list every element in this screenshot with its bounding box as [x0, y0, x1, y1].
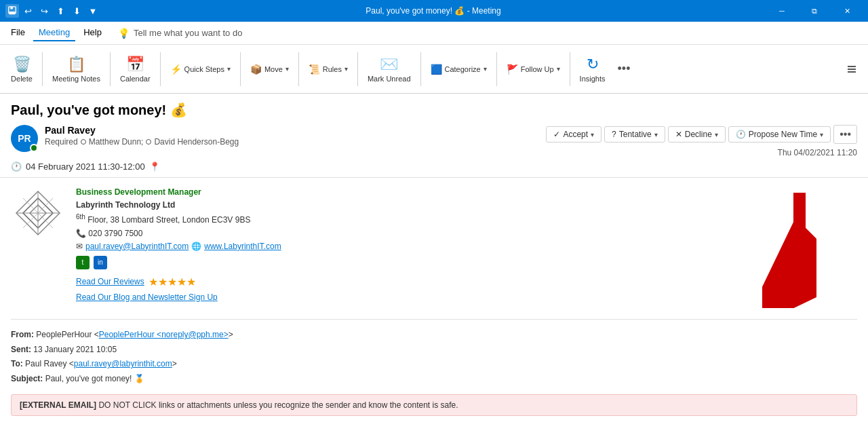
quick-steps-group: ⚡ Quick Steps ▾: [165, 48, 236, 90]
menu-meeting[interactable]: Meeting: [33, 24, 75, 41]
tentative-button[interactable]: ? Tentative ▾: [604, 126, 665, 142]
mark-unread-label: Mark Unread: [368, 75, 411, 83]
delete-icon: 🗑️: [13, 56, 31, 73]
divider-5: [298, 52, 299, 86]
accept-icon: ✓: [553, 130, 560, 139]
rules-caret: ▾: [344, 65, 348, 73]
rules-button[interactable]: 📜 Rules ▾: [303, 62, 353, 77]
insights-button[interactable]: ↻ Insights: [574, 48, 611, 90]
sig-social: t in: [76, 256, 281, 269]
date-label: 04 February 2021 11:30-12:00: [26, 162, 145, 172]
categorize-button[interactable]: 🟦 Categorize ▾: [425, 62, 492, 77]
menu-bar: File Meeting Help 💡 Tell me what you wan…: [0, 22, 868, 45]
tentative-label: Tentative: [619, 130, 652, 139]
to-email-link[interactable]: paul.ravey@labyrinthit.com: [74, 359, 172, 368]
decline-label: Decline: [685, 130, 712, 139]
sig-email-line: ✉ paul.ravey@LabyrinthIT.com 🌐 www.Labyr…: [76, 240, 281, 253]
external-prefix: [EXTERNAL EMAIL]: [20, 400, 96, 410]
calendar-button[interactable]: 📅 Calendar: [115, 48, 156, 90]
rules-icon: 📜: [309, 64, 320, 75]
minimize-button[interactable]: ─: [766, 0, 797, 22]
signature-details: Business Development Manager Labyrinth T…: [76, 186, 281, 308]
sig-address: 6th Floor, 38 Lombard Street, London EC3…: [76, 212, 281, 227]
external-banner: [EXTERNAL EMAIL] DO NOT CLICK links or a…: [11, 394, 857, 416]
move-caret: ▾: [285, 65, 289, 73]
menu-help[interactable]: Help: [78, 24, 107, 41]
upload-button[interactable]: ⬆: [53, 3, 68, 18]
customize-button[interactable]: ▼: [85, 3, 100, 18]
divider-2: [110, 52, 111, 86]
divider-9: [570, 52, 570, 86]
follow-up-group: 🚩 Follow Up ▾: [501, 48, 566, 90]
svg-rect-2: [9, 12, 16, 14]
arrow-container: [762, 186, 816, 308]
email-title: Paul, you've got money! 💰: [11, 102, 857, 118]
sig-reviews: Read Our Reviews ★★★★★ Read Our Blog and…: [76, 273, 281, 304]
calendar-label: Calendar: [120, 75, 151, 83]
categorize-group: 🟦 Categorize ▾: [425, 48, 492, 90]
subject-label: Subject:: [11, 374, 43, 383]
required-label: Required: [45, 137, 78, 147]
ribbon-collapse[interactable]: [846, 64, 863, 75]
blog-link[interactable]: Read Our Blog and Newsletter Sign Up: [76, 292, 218, 302]
restore-button[interactable]: ⧉: [799, 0, 830, 22]
delete-button[interactable]: 🗑️ Delete: [5, 48, 38, 90]
svg-rect-1: [10, 7, 13, 10]
move-button[interactable]: 📦 Move ▾: [245, 62, 294, 77]
decline-caret: ▾: [715, 131, 718, 138]
rules-group: 📜 Rules ▾: [303, 48, 353, 90]
reviews-link[interactable]: Read Our Reviews: [76, 276, 144, 288]
external-message: DO NOT CLICK links or attachments unless…: [98, 400, 458, 410]
to-label: To:: [11, 359, 23, 368]
sender-name: Paul Ravey: [45, 125, 239, 136]
follow-up-caret: ▾: [557, 65, 560, 73]
sig-website-link[interactable]: www.LabyrinthIT.com: [204, 240, 281, 253]
fwd-to: To: Paul Ravey <paul.ravey@labyrinthit.c…: [11, 357, 857, 372]
to-value: Paul Ravey <paul.ravey@labyrinthit.com>: [25, 359, 177, 368]
email-icon: ✉: [76, 240, 83, 253]
divider-6: [357, 52, 358, 86]
categorize-icon: 🟦: [431, 64, 442, 75]
down-button[interactable]: ⬇: [69, 3, 84, 18]
undo-button[interactable]: ↩: [20, 3, 35, 18]
quick-steps-button[interactable]: ⚡ Quick Steps ▾: [165, 62, 236, 77]
title-bar: ↩ ↪ ⬆ ⬇ ▼ Paul, you've got money! 💰 - Me…: [0, 0, 868, 22]
online-badge: [30, 144, 38, 152]
twitter-icon[interactable]: t: [76, 256, 90, 269]
attendee-matthew: Matthew Dunn;: [89, 137, 144, 147]
avatar: PR: [11, 125, 38, 152]
move-group: 📦 Move ▾: [245, 48, 294, 90]
linkedin-icon[interactable]: in: [94, 256, 107, 269]
quick-steps-label: Quick Steps: [184, 65, 224, 73]
fwd-subject: Subject: Paul, you've got money! 🏅: [11, 372, 857, 387]
propose-caret: ▾: [820, 131, 823, 138]
save-icon[interactable]: [5, 4, 19, 18]
more-actions-button[interactable]: •••: [833, 125, 857, 144]
close-button[interactable]: ✕: [831, 0, 863, 22]
from-email-link[interactable]: PeoplePerHour <noreply@pph.me>: [99, 330, 229, 339]
accept-button[interactable]: ✓ Accept ▾: [546, 126, 601, 142]
sig-email-link[interactable]: paul.ravey@LabyrinthIT.com: [85, 240, 189, 253]
meeting-notes-button[interactable]: 📋 Meeting Notes: [47, 48, 106, 90]
redo-button[interactable]: ↪: [37, 3, 52, 18]
required-dot-2: [146, 139, 151, 145]
content-area: Business Development Manager Labyrinth T…: [0, 178, 868, 437]
categorize-label: Categorize: [445, 65, 481, 73]
forwarded-header: From: PeoplePerHour <PeoplePerHour <nore…: [11, 328, 857, 386]
sent-value: 13 January 2021 10:05: [33, 345, 117, 354]
window-title: Paul, you've got money! 💰 - Meeting: [100, 6, 766, 16]
follow-up-button[interactable]: 🚩 Follow Up ▾: [501, 62, 566, 77]
from-value: PeoplePerHour <PeoplePerHour <noreply@pp…: [36, 330, 233, 339]
mark-unread-button[interactable]: ✉️ Mark Unread: [362, 48, 416, 90]
menu-file[interactable]: File: [5, 24, 31, 41]
decline-button[interactable]: ✕ Decline ▾: [668, 126, 726, 142]
globe-icon: 🌐: [191, 240, 201, 253]
insights-icon: ↻: [587, 56, 599, 73]
propose-icon: 🕐: [736, 130, 746, 139]
attendee-david: David Henderson-Begg: [154, 137, 239, 147]
more-ribbon-button[interactable]: •••: [612, 59, 636, 79]
propose-time-button[interactable]: 🕐 Propose New Time ▾: [728, 126, 831, 142]
quick-steps-icon: ⚡: [170, 64, 182, 75]
tentative-icon: ?: [612, 130, 616, 139]
search-label: Tell me what you want to do: [134, 28, 242, 38]
